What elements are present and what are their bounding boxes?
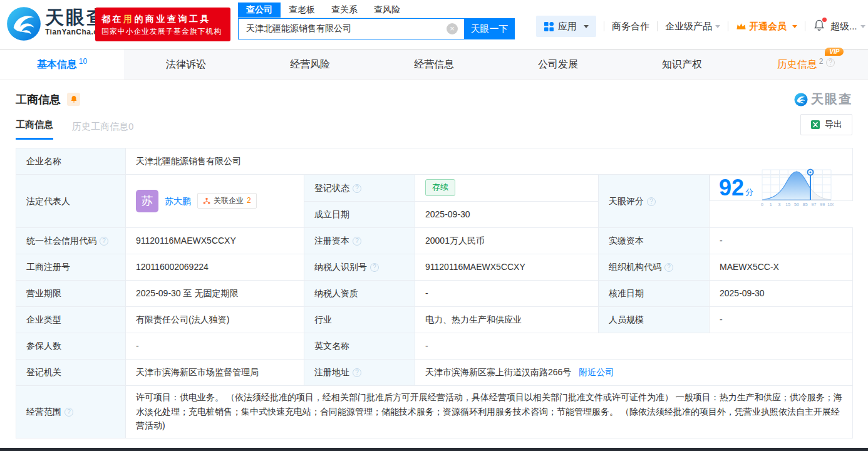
nav-super-vip[interactable]: 超级... [830, 21, 865, 33]
search-tab-risk[interactable]: 查风险 [366, 3, 408, 18]
business-info-table: 企业名称 天津北疆能源销售有限公司 法定代表人 苏 苏大鹏 [16, 148, 853, 438]
business-term-value: 2025-09-30 至 无固定期限 [126, 280, 304, 306]
svg-text:97: 97 [812, 202, 817, 207]
help-icon[interactable]: ? [664, 263, 673, 272]
search-input[interactable] [238, 18, 464, 39]
help-icon[interactable]: ? [65, 408, 73, 417]
legal-rep-cell: 苏 苏大鹏 关联企业 2 [126, 175, 304, 228]
avatar[interactable]: 苏 [136, 190, 158, 212]
help-icon[interactable]: ? [826, 58, 835, 67]
search-tab-relation[interactable]: 查关系 [323, 3, 366, 18]
help-icon[interactable]: ? [353, 184, 361, 193]
field-label: 企业类型 [16, 306, 126, 333]
tab-company-development[interactable]: 公司发展 [496, 49, 620, 80]
reg-capital-value: 20001万人民币 [415, 227, 599, 254]
field-label: 核准日期 [599, 280, 710, 306]
excel-icon [810, 120, 820, 130]
tianyancha-company-page: 天眼查 TianYanCha.com 都在用的商业查询工具 国家中小企业发展子基… [0, 0, 868, 451]
business-scope-value: 许可项目：供电业务。 （依法须经批准的项目，经相关部门批准后方可开展经营活动，具… [126, 385, 853, 438]
tianyancha-logo-icon[interactable] [6, 6, 41, 41]
divider [657, 21, 658, 31]
tab-history-info[interactable]: 历史信息 2 ? VIP [744, 49, 868, 80]
monitor-bell-icon[interactable] [67, 93, 80, 106]
credit-code-value: 91120116MAEWX5CCXY [126, 227, 304, 254]
field-label: 企业名称 [16, 148, 126, 175]
nav-open-vip[interactable]: 开通会员 [736, 21, 797, 33]
help-icon[interactable]: ? [370, 263, 379, 272]
company-name-value: 天津北疆能源销售有限公司 [126, 148, 853, 175]
subtab-business-info[interactable]: 工商信息 [16, 119, 53, 140]
tianyan-score-cell: 92 分 [710, 175, 853, 201]
reg-authority-value: 天津市滨海新区市场监督管理局 [126, 359, 304, 385]
field-label: 纳税人识别号? [304, 254, 415, 280]
table-row: 企业类型 有限责任公司(法人独资) 行业 电力、热力生产和供应业 人员规模 - [16, 306, 853, 333]
help-icon[interactable]: ? [353, 368, 361, 377]
clear-search-icon[interactable]: × [447, 23, 458, 34]
chevron-down-icon [792, 25, 797, 28]
field-label: 营业期限 [16, 280, 126, 306]
watermark-text: 天眼查 [811, 91, 852, 108]
section-header: 工商信息 天眼查 [16, 91, 852, 108]
chevron-down-icon [715, 25, 720, 28]
industry-value: 电力、热力生产和供应业 [415, 306, 599, 333]
svg-text:85: 85 [803, 202, 808, 207]
nav-business-cooperation[interactable]: 商务合作 [612, 21, 649, 33]
promo-banner-line1: 都在用的商业查询工具 [101, 12, 224, 26]
search-tabs: 查公司 查老板 查关系 查风险 [238, 3, 420, 18]
reg-address-value: 天津市滨海新区寨上街道汉南路266号 [425, 367, 571, 377]
svg-text:99: 99 [820, 202, 825, 207]
divider [604, 21, 604, 31]
table-row: 参保人数 - 英文名称 - [16, 333, 853, 359]
help-icon[interactable]: ? [647, 197, 656, 206]
chevron-down-icon [584, 25, 589, 28]
svg-text:50: 50 [794, 202, 799, 207]
search-button[interactable]: 天眼一下 [464, 18, 515, 39]
table-row: 经营范围? 许可项目：供电业务。 （依法须经批准的项目，经相关部门批准后方可开展… [16, 385, 853, 438]
divider [728, 21, 728, 31]
score-axis-ticks: 0 1 3 15 50 85 97 99 100 [761, 202, 834, 207]
tab-operating-info[interactable]: 经营信息 [372, 49, 496, 80]
help-icon[interactable]: ? [100, 237, 108, 246]
search-tab-company[interactable]: 查公司 [238, 3, 281, 18]
export-button[interactable]: 导出 [800, 114, 852, 135]
related-companies-badge[interactable]: 关联企业 2 [197, 193, 257, 209]
tab-intellectual-property[interactable]: 知识产权 [620, 49, 744, 80]
tab-operating-risk[interactable]: 经营风险 [248, 49, 372, 80]
field-label: 英文名称 [304, 333, 415, 359]
svg-text:3: 3 [778, 202, 781, 207]
legal-rep-link[interactable]: 苏大鹏 [165, 194, 191, 208]
promo-banner-line2: 国家中小企业发展子基金旗下机构 [101, 26, 224, 37]
score-unit: 分 [745, 186, 753, 199]
score-distribution-chart: 0 1 3 15 50 85 97 99 100 [760, 167, 834, 209]
taxpayer-quality-value: - [415, 280, 599, 306]
table-row: 登记机关 天津市滨海新区市场监督管理局 注册地址? 天津市滨海新区寨上街道汉南路… [16, 359, 853, 385]
nav-enterprise-products[interactable]: 企业级产品 [665, 21, 720, 33]
subtab-history-business-info[interactable]: 历史工商信息0 [72, 121, 133, 140]
reg-address-cell: 天津市滨海新区寨上街道汉南路266号 附近公司 [415, 359, 853, 385]
notification-dot [822, 18, 827, 22]
chevron-down-icon [860, 25, 865, 28]
field-label: 经营范围? [16, 385, 126, 438]
apps-grid-icon [544, 21, 554, 32]
notifications-bell-icon[interactable] [813, 19, 825, 34]
subtab-row: 工商信息 历史工商信息0 导出 [16, 119, 852, 140]
paid-capital-value: - [710, 227, 853, 254]
help-icon[interactable]: ? [353, 237, 361, 246]
taxpayer-id-value: 91120116MAEWX5CCXY [415, 254, 599, 280]
tab-legal-proceedings[interactable]: 法律诉讼 [124, 49, 248, 80]
table-row: 法定代表人 苏 苏大鹏 关联企业 [16, 175, 853, 202]
search-tab-boss[interactable]: 查老板 [281, 3, 323, 18]
english-name-value: - [415, 333, 853, 359]
crown-icon [736, 22, 747, 31]
tab-basic-info[interactable]: 基本信息 10 [0, 49, 124, 80]
staff-size-value: - [710, 306, 853, 333]
vip-badge: VIP [825, 48, 844, 56]
svg-text:1: 1 [770, 202, 772, 207]
field-label: 人员规模 [599, 306, 710, 333]
score-value: 92 [719, 177, 744, 199]
field-label: 纳税人资质 [304, 280, 415, 306]
apps-menu-button[interactable]: 应用 [536, 16, 596, 37]
nearby-companies-link[interactable]: 附近公司 [579, 367, 614, 377]
top-navigation: 应用 商务合作 企业级产品 开通会员 [536, 15, 865, 38]
field-label: 组织机构代码? [599, 254, 710, 280]
